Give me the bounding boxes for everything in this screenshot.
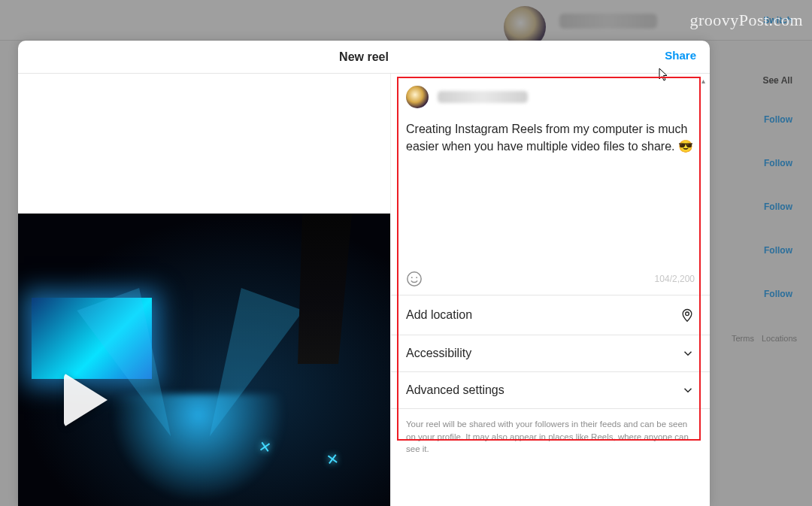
follow-link[interactable]: Follow [764,245,792,256]
svg-point-3 [686,312,689,316]
follow-link[interactable]: Follow [764,289,792,299]
share-disclaimer: Your reel will be shared with your follo… [391,408,710,456]
footer-terms[interactable]: Terms [732,334,754,343]
svg-point-0 [408,272,421,286]
footer-links: Terms Locations [732,334,797,343]
caption-input[interactable]: Creating Instagram Reels from my compute… [391,113,710,271]
advanced-settings-row[interactable]: Advanced settings [391,371,710,408]
svg-point-2 [416,277,417,278]
new-reel-modal: New reel Share ✕✕ ▴ Creating Instagr [18,41,710,506]
author-avatar [406,86,429,108]
modal-title: New reel [339,50,389,64]
video-preview[interactable]: ✕✕ [18,74,390,506]
follow-link[interactable]: Follow [764,158,792,168]
char-count: 104/2,200 [655,274,695,284]
emoji-picker-icon[interactable] [406,271,423,287]
author-username [438,91,528,103]
add-location-row[interactable]: Add location [391,295,710,335]
location-pin-icon [680,307,695,323]
add-location-label: Add location [406,308,472,322]
modal-header: New reel Share [18,41,710,74]
follow-link[interactable]: Follow [764,114,792,125]
reel-details-panel: ▴ Creating Instagram Reels from my compu… [390,74,710,506]
chevron-down-icon [681,347,695,360]
chevron-down-icon [681,383,695,397]
author-row [391,74,710,113]
advanced-settings-label: Advanced settings [406,383,504,397]
profile-username [559,14,657,29]
share-button[interactable]: Share [665,49,696,62]
follow-link[interactable]: Follow [764,201,792,212]
see-all-link[interactable]: See All [762,75,792,86]
footer-locations[interactable]: Locations [762,334,797,343]
watermark: groovyPost.com [689,11,803,30]
svg-point-1 [411,277,413,278]
play-icon[interactable] [56,370,116,430]
accessibility-row[interactable]: Accessibility [391,335,710,371]
accessibility-label: Accessibility [406,347,471,360]
scrollbar-up-icon[interactable]: ▴ [701,77,707,83]
